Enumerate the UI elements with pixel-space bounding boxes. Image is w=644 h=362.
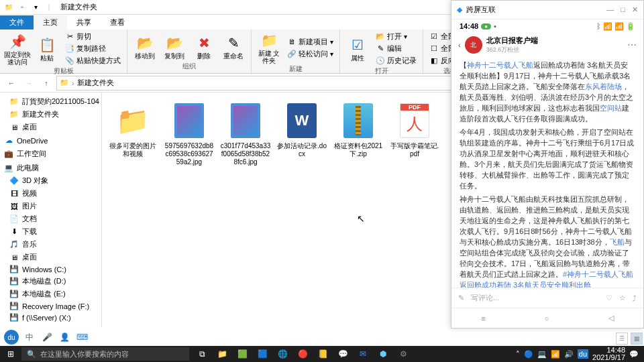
file-item[interactable]: c301f77d453a33f0065d58f38b528fc6.jpg	[220, 101, 271, 166]
article-link[interactable]: 飞船	[610, 238, 625, 246]
avatar[interactable]: 北	[465, 36, 482, 54]
start-button[interactable]: ⊞	[0, 349, 21, 359]
breadcrumb-item[interactable]: 新建文件夹	[77, 78, 114, 88]
panel-minimize-button[interactable]: —	[606, 5, 614, 14]
app-icon[interactable]: 🌐	[274, 347, 291, 361]
taskview-icon[interactable]: ⧉	[193, 347, 211, 361]
sidebar-item[interactable]: 💾f (\\Server) (X:)	[0, 312, 101, 323]
panel-close-button[interactable]: ✕	[632, 5, 638, 14]
copypath-button[interactable]: 📑复制路径	[63, 43, 123, 54]
tray-icon[interactable]: 🔵	[524, 350, 533, 359]
properties-button[interactable]: ☑属性	[344, 31, 371, 66]
tab-share[interactable]: 共享	[67, 15, 101, 29]
taskbar-search[interactable]: 🔍 在这里输入你要搜索的内容	[21, 347, 189, 361]
app-icon[interactable]: 📁	[213, 347, 231, 361]
sidebar-item[interactable]: 🎵音乐	[0, 238, 101, 251]
qat-item[interactable]: ▫	[16, 1, 28, 13]
back-button[interactable]: ←	[4, 76, 19, 90]
app-icon[interactable]: 💬	[334, 347, 352, 361]
sidebar-item[interactable]: 💾本地磁盘 (D:)	[0, 275, 101, 288]
tray-ime-icon[interactable]: du	[578, 349, 588, 359]
rename-button[interactable]: ✎重命名	[220, 31, 247, 62]
file-item[interactable]: 格证资料包2021下.zip	[333, 101, 384, 166]
copyto-button[interactable]: 📂复制到	[161, 31, 188, 62]
star-icon[interactable]: ☆	[619, 294, 626, 302]
nav-home-icon[interactable]: ○	[545, 314, 549, 322]
nav-menu-icon[interactable]: ≡	[481, 314, 485, 322]
sidebar-item[interactable]: 💾Recovery Image (F:)	[0, 300, 101, 312]
app-icon[interactable]: ✉	[354, 347, 372, 361]
app-icon[interactable]: 🟦	[254, 347, 271, 361]
newfolder-button[interactable]: 📁新建 文件夹	[256, 31, 282, 64]
article-link[interactable]: 东风着陆场	[585, 82, 622, 90]
sidebar-item[interactable]: 💾Windows (C:)	[0, 263, 101, 275]
paste-button[interactable]: 📋粘贴	[34, 31, 60, 66]
moveto-button[interactable]: 📂移动到	[131, 31, 158, 62]
tab-file[interactable]: 文件	[0, 15, 34, 29]
sidebar-item[interactable]: 📁訂貨契約20211005-104	[0, 95, 101, 108]
tray-chevron-icon[interactable]: ˄	[516, 350, 520, 359]
icons-view-button[interactable]: ▦	[631, 333, 643, 345]
forward-button[interactable]: →	[21, 76, 36, 90]
baidu-icon[interactable]: du	[4, 330, 19, 345]
taskbar-clock[interactable]: 14:482021/9/17	[592, 347, 625, 361]
sidebar-item[interactable]: ⬇下载	[0, 225, 101, 238]
article-body[interactable]: 【神舟十二号载人飞船返回舱成功着陆 3名航天员安全顺利出舱】9月17日，神舟十二…	[451, 57, 643, 288]
history-button[interactable]: 🕓历史记录	[374, 55, 419, 66]
paste-shortcut-button[interactable]: 📎粘贴快捷方式	[63, 55, 123, 66]
sidebar-item[interactable]: 🖼图片	[0, 200, 101, 213]
comment-input[interactable]: 写评论...	[471, 293, 599, 303]
easyaccess-button[interactable]: 🔗轻松访问 ▾	[285, 48, 335, 60]
panel-maximize-button[interactable]: □	[621, 5, 625, 14]
sidebar-item[interactable]: 💾本地磁盘 (E:)	[0, 288, 101, 300]
sidebar-item[interactable]: ☁OneDrive	[0, 135, 101, 146]
navigation-pane[interactable]: 📁訂貨契約20211005-104📁新建文件夹🖥桌面☁OneDrive💼工作空间…	[0, 93, 102, 327]
sidebar-item[interactable]: 🖥桌面	[0, 121, 101, 133]
app-icon[interactable]: 🔴	[294, 347, 311, 361]
source-name[interactable]: 北京日报客户端	[486, 36, 623, 46]
newitem-button[interactable]: 🗎新建项目 ▾	[285, 36, 335, 48]
app-icon[interactable]: 📒	[314, 347, 331, 361]
like-icon[interactable]: ♡	[606, 294, 612, 302]
app-icon[interactable]: 🟩	[233, 347, 251, 361]
tray-volume-icon[interactable]: 🔊	[564, 350, 574, 359]
sidebar-item[interactable]: 🖥桌面	[0, 251, 101, 263]
tab-home[interactable]: 主页	[34, 15, 67, 29]
share-icon[interactable]: ⤴	[633, 294, 637, 302]
sidebar-item[interactable]: 💻此电脑	[0, 162, 101, 174]
sidebar-item[interactable]: 📁新建文件夹	[0, 108, 101, 121]
sidebar-item[interactable]: 🎞视频	[0, 187, 101, 200]
pin-button[interactable]: 📌固定到快 速访问	[4, 31, 31, 66]
compose-icon[interactable]: ✎	[458, 294, 464, 302]
details-view-button[interactable]: ☰	[616, 333, 628, 345]
chevron-right-icon[interactable]: ›	[72, 79, 74, 87]
file-item[interactable]: 5975697632db8c69538c69362759a2.jpg	[164, 101, 215, 166]
file-item[interactable]: W参加活动记录.docx	[276, 101, 327, 166]
sidebar-item[interactable]: 📄文档	[0, 213, 101, 225]
dock-ime-icon[interactable]: 中	[23, 330, 36, 344]
up-button[interactable]: ↑	[39, 76, 54, 90]
nav-back-icon[interactable]: ◁	[608, 314, 614, 322]
article-link[interactable]: 空间站	[600, 104, 622, 112]
more-icon[interactable]: ⋯	[627, 40, 637, 50]
delete-button[interactable]: ✖删除	[191, 31, 217, 62]
sidebar-item[interactable]: 💼工作空间	[0, 147, 101, 160]
cut-button[interactable]: ✂剪切	[63, 31, 123, 42]
article-link[interactable]: 神舟十二号载人飞船	[467, 61, 533, 69]
folder-icon[interactable]: 📁	[3, 1, 15, 13]
edit-button[interactable]: ✎编辑	[374, 43, 419, 54]
qat-dropdown-icon[interactable]: ▾	[30, 1, 42, 13]
file-item[interactable]: 📁很多可爱的图片和视频	[107, 101, 158, 166]
sidebar-item[interactable]: 🔷3D 对象	[0, 174, 101, 187]
tab-view[interactable]: 查看	[101, 15, 134, 29]
dock-mic-icon[interactable]: 🎤	[40, 330, 54, 344]
notifications-icon[interactable]: 💬	[629, 350, 639, 359]
tray-icon[interactable]: 📶	[551, 350, 560, 359]
back-icon[interactable]: ‹	[458, 41, 461, 49]
open-button[interactable]: 📂打开 ▾	[374, 31, 419, 42]
tray-icon[interactable]: 💻	[537, 350, 547, 359]
app-icon[interactable]: ⚙	[394, 347, 412, 361]
dock-keyboard-icon[interactable]: ⌨	[75, 330, 89, 344]
app-icon[interactable]: ⬢	[374, 347, 392, 361]
file-item[interactable]: PDF人手写版学霸笔记.pdf	[389, 101, 440, 166]
